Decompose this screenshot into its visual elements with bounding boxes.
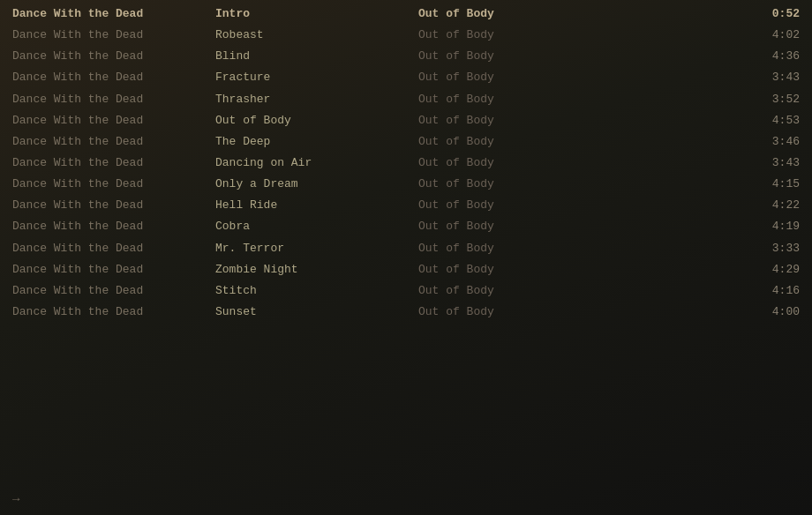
track-duration: 3:43: [756, 154, 800, 172]
track-artist: Dance With the Dead: [12, 91, 215, 108]
track-album: Out of Body: [418, 175, 621, 193]
track-album: Out of Body: [418, 154, 621, 172]
track-duration: 4:15: [756, 175, 800, 193]
track-row[interactable]: Dance With the DeadSunsetOut of Body4:00: [0, 302, 812, 323]
track-album: Out of Body: [418, 26, 621, 44]
track-title: Zombie Night: [215, 261, 418, 279]
header-title: Intro: [215, 5, 418, 23]
track-artist: Dance With the Dead: [12, 303, 215, 321]
track-album: Out of Body: [418, 303, 621, 321]
track-row[interactable]: Dance With the DeadRobeastOut of Body4:0…: [0, 25, 812, 46]
track-list-header: Dance With the Dead Intro Out of Body 0:…: [0, 4, 812, 25]
track-row[interactable]: Dance With the DeadThe DeepOut of Body3:…: [0, 131, 812, 153]
track-artist: Dance With the Dead: [12, 26, 215, 44]
track-title: Thrasher: [215, 91, 418, 108]
track-duration: 4:29: [756, 261, 800, 279]
track-duration: 4:36: [756, 48, 800, 65]
track-row[interactable]: Dance With the DeadFractureOut of Body3:…: [0, 67, 812, 88]
track-duration: 3:52: [756, 91, 800, 108]
track-title: Robeast: [215, 26, 418, 44]
track-artist: Dance With the Dead: [12, 282, 215, 300]
track-album: Out of Body: [418, 48, 621, 65]
track-artist: Dance With the Dead: [12, 154, 215, 172]
track-duration: 4:53: [756, 112, 800, 130]
track-duration: 3:46: [756, 133, 800, 151]
track-duration: 3:43: [756, 69, 800, 86]
track-album: Out of Body: [418, 218, 621, 235]
track-duration: 4:02: [756, 26, 800, 44]
track-artist: Dance With the Dead: [12, 218, 215, 235]
header-artist: Dance With the Dead: [12, 5, 215, 23]
track-title: The Deep: [215, 133, 418, 151]
track-row[interactable]: Dance With the DeadOut of BodyOut of Bod…: [0, 110, 812, 131]
bottom-arrow: →: [12, 492, 19, 506]
track-album: Out of Body: [418, 112, 621, 130]
track-album: Out of Body: [418, 197, 621, 214]
track-row[interactable]: Dance With the DeadCobraOut of Body4:19: [0, 216, 812, 237]
track-artist: Dance With the Dead: [12, 175, 215, 193]
track-artist: Dance With the Dead: [12, 112, 215, 130]
track-title: Only a Dream: [215, 175, 418, 193]
track-row[interactable]: Dance With the DeadHell RideOut of Body4…: [0, 195, 812, 216]
track-album: Out of Body: [418, 261, 621, 279]
track-title: Hell Ride: [215, 197, 418, 214]
track-title: Sunset: [215, 303, 418, 321]
track-album: Out of Body: [418, 282, 621, 300]
track-row[interactable]: Dance With the DeadThrasherOut of Body3:…: [0, 89, 812, 110]
track-row[interactable]: Dance With the DeadBlindOut of Body4:36: [0, 46, 812, 67]
track-artist: Dance With the Dead: [12, 133, 215, 151]
track-row[interactable]: Dance With the DeadStitchOut of Body4:16: [0, 280, 812, 302]
track-artist: Dance With the Dead: [12, 197, 215, 214]
track-row[interactable]: Dance With the DeadMr. TerrorOut of Body…: [0, 238, 812, 259]
track-album: Out of Body: [418, 240, 621, 258]
header-duration: 0:52: [756, 5, 800, 23]
track-duration: 4:22: [756, 197, 800, 214]
track-artist: Dance With the Dead: [12, 240, 215, 258]
track-list: Dance With the Dead Intro Out of Body 0:…: [0, 0, 812, 326]
track-title: Out of Body: [215, 112, 418, 130]
track-duration: 3:33: [756, 240, 800, 258]
track-title: Fracture: [215, 69, 418, 86]
track-artist: Dance With the Dead: [12, 69, 215, 86]
track-album: Out of Body: [418, 69, 621, 86]
track-album: Out of Body: [418, 91, 621, 108]
track-duration: 4:16: [756, 282, 800, 300]
track-artist: Dance With the Dead: [12, 48, 215, 65]
track-duration: 4:19: [756, 218, 800, 235]
track-row[interactable]: Dance With the DeadDancing on AirOut of …: [0, 153, 812, 174]
track-title: Mr. Terror: [215, 240, 418, 258]
track-row[interactable]: Dance With the DeadOnly a DreamOut of Bo…: [0, 174, 812, 195]
track-album: Out of Body: [418, 133, 621, 151]
track-title: Blind: [215, 48, 418, 65]
track-duration: 4:00: [756, 303, 800, 321]
track-title: Stitch: [215, 282, 418, 300]
track-artist: Dance With the Dead: [12, 261, 215, 279]
track-row[interactable]: Dance With the DeadZombie NightOut of Bo…: [0, 259, 812, 280]
track-title: Cobra: [215, 218, 418, 235]
header-album: Out of Body: [418, 5, 621, 23]
track-title: Dancing on Air: [215, 154, 418, 172]
